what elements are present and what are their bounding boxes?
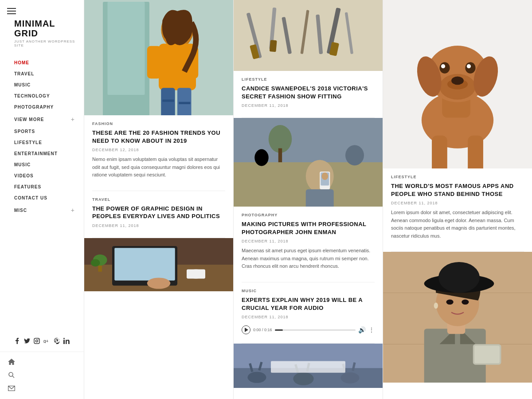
sidebar-item-lifestyle[interactable]: LIFESTYLE: [0, 137, 84, 148]
svg-rect-0: [34, 338, 39, 344]
article-date: DECEMBER 11, 2018: [242, 315, 375, 319]
sidebar-item-label: FEATURES: [14, 184, 41, 189]
sidebar-item-misc[interactable]: MISC +: [0, 203, 84, 217]
article-fashion-image: [84, 0, 233, 115]
sidebar-item-sports[interactable]: SPORTS: [0, 126, 84, 137]
facebook-icon[interactable]: [14, 337, 20, 344]
article-image-dog: [383, 0, 532, 168]
play-triangle-icon: [245, 328, 248, 332]
article-date: DECEMBER 11, 2018: [242, 103, 375, 108]
sidebar-item-videos[interactable]: VIDEOS: [0, 170, 84, 181]
svg-rect-80: [468, 136, 483, 168]
article-title[interactable]: MAKING PICTURES WITH PROFESSIONAL PHOTOG…: [242, 220, 375, 236]
main-nav: HOME TRAVEL MUSIC TECHNOLOGY PHOTOGRAPHY…: [0, 57, 84, 330]
article-category: FASHION: [92, 121, 225, 126]
svg-point-62: [341, 372, 360, 383]
article-body-photography: PHOTOGRAPHY MAKING PICTURES WITH PROFESS…: [234, 207, 383, 282]
sidebar-item-features[interactable]: FEATURES: [0, 181, 84, 192]
instagram-icon[interactable]: [34, 337, 40, 344]
sidebar-item-travel[interactable]: TRAVEL: [0, 68, 84, 79]
svg-point-29: [147, 278, 171, 289]
mail-icon[interactable]: [8, 385, 15, 392]
svg-rect-19: [179, 102, 190, 104]
article-title[interactable]: THE WORLD'S MOST FAMOUS APPS AND PEOPLE …: [391, 182, 524, 198]
googleplus-icon[interactable]: g+: [43, 337, 51, 344]
audio-time: 0:00 / 0:16: [253, 328, 272, 332]
svg-rect-4: [63, 340, 65, 344]
svg-point-59: [293, 372, 313, 385]
svg-point-75: [441, 64, 445, 68]
article-body-fashion: FASHION THESE ARE THE 20 FASHION TRENDS …: [84, 115, 233, 191]
svg-rect-25: [187, 269, 205, 278]
svg-point-96: [434, 303, 438, 309]
sidebar-item-entertainment[interactable]: ENTERTAINMENT: [0, 148, 84, 159]
sidebar-item-label: SPORTS: [14, 129, 35, 134]
sidebar-item-label: MUSIC: [14, 82, 31, 87]
volume-icon[interactable]: 🔊: [358, 326, 366, 333]
sidebar-item-music1[interactable]: MUSIC: [0, 79, 84, 90]
article-title[interactable]: THE POWER OF GRAPHIC DESIGN IN PEOPLES E…: [92, 205, 225, 220]
linkedin-icon[interactable]: [63, 337, 70, 344]
sidebar-item-label: VIDEOS: [14, 173, 34, 178]
article-title[interactable]: CANDICE SWANEPOEL'S 2018 VICTORIA'S SECR…: [242, 85, 375, 100]
article-image-fashion: [84, 0, 233, 115]
article-image-concert: [234, 344, 383, 388]
plus-icon: +: [71, 207, 75, 214]
article-image-tools: [234, 0, 383, 71]
svg-rect-98: [474, 346, 500, 363]
play-button[interactable]: [242, 325, 250, 334]
article-date: DECEMBER 11, 2018: [242, 239, 375, 243]
svg-rect-14: [147, 46, 161, 79]
twitter-icon[interactable]: [24, 337, 30, 344]
svg-point-28: [91, 259, 100, 266]
article-category: PHOTOGRAPHY: [242, 213, 375, 217]
search-icon[interactable]: [8, 372, 15, 379]
article-laptop-image: [84, 238, 233, 291]
hamburger-menu[interactable]: [7, 8, 16, 14]
svg-point-95: [462, 300, 469, 305]
article-body-lifestyle: LIFESTYLE CANDICE SWANEPOEL'S 2018 VICTO…: [234, 71, 383, 117]
article-title[interactable]: THESE ARE THE 20 FASHION TRENDS YOU NEED…: [92, 129, 225, 145]
article-concert-image: [234, 344, 383, 388]
svg-rect-17: [177, 88, 192, 115]
sidebar-item-home[interactable]: HOME: [0, 57, 84, 68]
svg-line-7: [12, 376, 14, 378]
sidebar-item-label: MISC: [14, 208, 27, 213]
article-excerpt: Maecenas sit amet purus eget ipsum eleme…: [242, 247, 375, 270]
article-category: TRAVEL: [92, 197, 225, 202]
article-title[interactable]: EXPERTS EXPLAIN WHY 2019 WILL BE A CRUCI…: [242, 296, 375, 312]
sidebar-item-label: ENTERTAINMENT: [14, 151, 58, 156]
sidebar-item-music2[interactable]: MUSIC: [0, 159, 84, 170]
article-body-lifestyle2: LIFESTYLE THE WORLD'S MOST FAMOUS APPS A…: [383, 168, 532, 251]
svg-rect-39: [270, 40, 277, 52]
article-category: MUSIC: [242, 289, 375, 293]
article-woman-hat-image: [383, 252, 532, 383]
sidebar-item-photography[interactable]: PHOTOGRAPHY: [0, 102, 84, 113]
audio-player[interactable]: 0:00 / 0:16 🔊 ⋮: [242, 323, 375, 337]
audio-more-icon[interactable]: ⋮: [368, 326, 375, 333]
svg-point-1: [35, 340, 38, 342]
article-body-music: MUSIC EXPERTS EXPLAIN WHY 2019 WILL BE A…: [234, 282, 383, 343]
sidebar-item-contactus[interactable]: CONTACT US: [0, 192, 84, 203]
sidebar-item-label: HOME: [14, 60, 29, 65]
svg-rect-23: [114, 248, 175, 281]
logo-subtitle: JUST ANOTHER WORDPRESS SITE: [14, 39, 84, 47]
article-image-laptop: [84, 238, 233, 291]
sidebar-item-label: TECHNOLOGY: [14, 94, 50, 98]
svg-point-45: [345, 145, 364, 165]
svg-point-2: [38, 339, 39, 340]
svg-rect-11: [108, 2, 145, 95]
article-date: DECEMBER 11, 2018: [92, 223, 225, 228]
sidebar-bottom-icons: [0, 352, 84, 399]
sidebar-item-technology[interactable]: TECHNOLOGY: [0, 90, 84, 102]
audio-progress-bar[interactable]: [275, 329, 356, 331]
article-date: DECEMBER 11, 2018: [391, 201, 524, 205]
article-cafe-image: [234, 118, 383, 207]
svg-point-76: [467, 64, 471, 68]
home-icon[interactable]: [8, 358, 15, 365]
pinterest-icon[interactable]: [54, 337, 60, 344]
svg-point-73: [439, 62, 450, 73]
svg-rect-47: [306, 189, 334, 207]
sidebar-item-viewmore[interactable]: VIEW MORE +: [0, 113, 84, 126]
svg-point-6: [9, 372, 13, 376]
